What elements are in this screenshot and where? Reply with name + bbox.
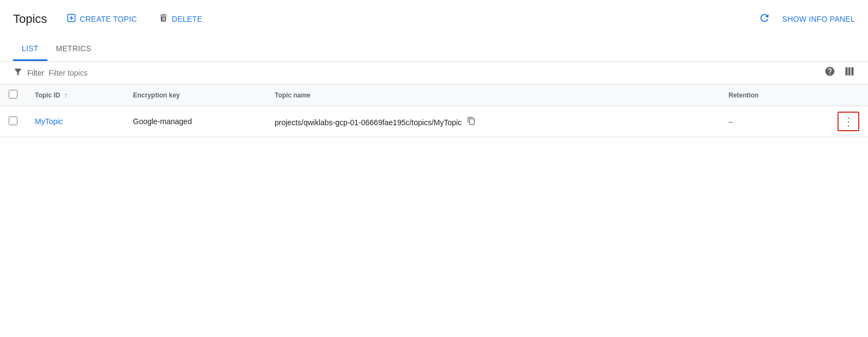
filter-right [824,66,855,79]
table-header-row: Topic ID ↑ Encryption key Topic name Ret… [0,84,868,106]
more-actions-cell: ⋮ [829,106,868,137]
create-topic-button[interactable]: CREATE TOPIC [60,9,143,29]
col-header-actions [829,84,868,106]
help-button[interactable] [824,66,835,79]
row-checkbox[interactable] [9,117,17,125]
create-topic-icon [66,13,76,24]
select-all-checkbox[interactable] [9,90,17,99]
col-header-topic-id[interactable]: Topic ID ↑ [26,84,124,106]
topic-id-link[interactable]: MyTopic [35,117,63,126]
encryption-key-cell: Google-managed [124,106,266,137]
tabs-bar: LIST METRICS [0,38,868,62]
column-display-button[interactable] [844,66,855,79]
delete-button[interactable]: DELETE [152,9,209,29]
col-header-topic-name[interactable]: Topic name [266,84,720,106]
delete-label: DELETE [172,15,202,23]
filter-label: Filter [27,69,44,77]
more-actions-button[interactable]: ⋮ [837,112,859,131]
table-row: MyTopic Google-managed projects/qwiklabs… [0,106,868,137]
filter-icon [13,67,23,78]
filter-bar: Filter [0,62,868,84]
retention-cell: – [720,106,829,137]
select-all-header [0,84,26,106]
row-checkbox-cell [0,106,26,137]
topic-name-cell: projects/qwiklabs-gcp-01-06669fae195c/to… [266,106,720,137]
col-header-retention[interactable]: Retention [720,84,829,106]
copy-topic-name-button[interactable] [467,117,476,127]
refresh-button[interactable] [755,9,774,29]
sort-asc-icon: ↑ [64,91,68,99]
page-title: Topics [13,12,47,26]
create-topic-label: CREATE TOPIC [80,15,137,23]
page-header: Topics CREATE TOPIC DELETE SHOW INFO PAN… [0,0,868,38]
col-header-encryption[interactable]: Encryption key [124,84,266,106]
topic-id-cell: MyTopic [26,106,124,137]
filter-input[interactable] [48,69,824,77]
table-wrapper: Topic ID ↑ Encryption key Topic name Ret… [0,84,868,137]
tab-list[interactable]: LIST [13,38,47,61]
show-info-panel-button[interactable]: SHOW INFO PANEL [782,15,855,23]
topics-table: Topic ID ↑ Encryption key Topic name Ret… [0,84,868,137]
header-right-actions: SHOW INFO PANEL [755,9,855,29]
tab-metrics[interactable]: METRICS [47,38,100,61]
delete-icon [159,13,168,24]
